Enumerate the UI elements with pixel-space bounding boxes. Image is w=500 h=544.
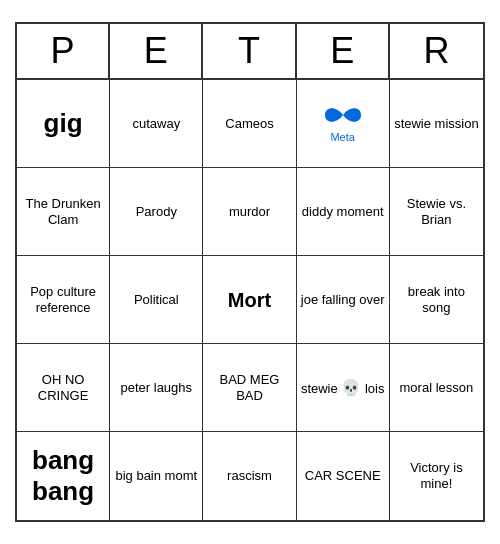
cell-text: peter laughs	[121, 380, 193, 396]
bingo-cell-9: Stewie vs. Brian	[390, 168, 483, 256]
bingo-cell-8: diddy moment	[297, 168, 390, 256]
cell-text: BAD MEG BAD	[207, 372, 291, 403]
cell-text: stewie 💀 lois	[301, 378, 385, 397]
header-letter-t: T	[203, 24, 296, 78]
bingo-cell-5: The Drunken Clam	[17, 168, 110, 256]
cell-text: Stewie vs. Brian	[394, 196, 479, 227]
header-row: PETER	[17, 24, 483, 80]
cell-text: CAR SCENE	[305, 468, 381, 484]
bingo-cell-18: stewie 💀 lois	[297, 344, 390, 432]
header-letter-r: R	[390, 24, 483, 78]
header-letter-e: E	[297, 24, 390, 78]
cell-text: Mort	[228, 288, 271, 312]
bingo-cell-6: Parody	[110, 168, 203, 256]
bingo-cell-22: rascism	[203, 432, 296, 520]
cell-text: Pop culture reference	[21, 284, 105, 315]
bingo-cell-7: murdor	[203, 168, 296, 256]
bingo-cell-20: bang bang	[17, 432, 110, 520]
bingo-cell-17: BAD MEG BAD	[203, 344, 296, 432]
bingo-cell-14: break into song	[390, 256, 483, 344]
cell-text: joe falling over	[301, 292, 385, 308]
bingo-cell-1: cutaway	[110, 80, 203, 168]
cell-text: moral lesson	[400, 380, 474, 396]
cell-text: rascism	[227, 468, 272, 484]
cell-text: Victory is mine!	[394, 460, 479, 491]
header-letter-p: P	[17, 24, 110, 78]
cell-text: diddy moment	[302, 204, 384, 220]
cell-text: Political	[134, 292, 179, 308]
bingo-cell-12: Mort	[203, 256, 296, 344]
bingo-cell-10: Pop culture reference	[17, 256, 110, 344]
bingo-cell-0: gig	[17, 80, 110, 168]
bingo-cell-24: Victory is mine!	[390, 432, 483, 520]
cell-text: big bain momt	[115, 468, 197, 484]
cell-text: OH NO CRINGE	[21, 372, 105, 403]
bingo-cell-16: peter laughs	[110, 344, 203, 432]
bingo-card: PETER gigcutawayCameosMetastewie mission…	[15, 22, 485, 522]
cell-text: Parody	[136, 204, 177, 220]
meta-icon	[325, 103, 361, 131]
bingo-cell-19: moral lesson	[390, 344, 483, 432]
bingo-cell-13: joe falling over	[297, 256, 390, 344]
cell-text: break into song	[394, 284, 479, 315]
bingo-cell-23: CAR SCENE	[297, 432, 390, 520]
cell-text: cutaway	[132, 116, 180, 132]
cell-text: The Drunken Clam	[21, 196, 105, 227]
cell-text: bang bang	[21, 445, 105, 507]
cell-text: murdor	[229, 204, 270, 220]
cell-text: Cameos	[225, 116, 273, 132]
bingo-cell-21: big bain momt	[110, 432, 203, 520]
bingo-cell-4: stewie mission	[390, 80, 483, 168]
bingo-cell-15: OH NO CRINGE	[17, 344, 110, 432]
meta-label: Meta	[330, 131, 354, 144]
cell-text: gig	[44, 108, 83, 139]
cell-text: stewie mission	[394, 116, 479, 132]
bingo-cell-2: Cameos	[203, 80, 296, 168]
bingo-cell-3: Meta	[297, 80, 390, 168]
bingo-grid: gigcutawayCameosMetastewie missionThe Dr…	[17, 80, 483, 520]
bingo-cell-11: Political	[110, 256, 203, 344]
header-letter-e: E	[110, 24, 203, 78]
